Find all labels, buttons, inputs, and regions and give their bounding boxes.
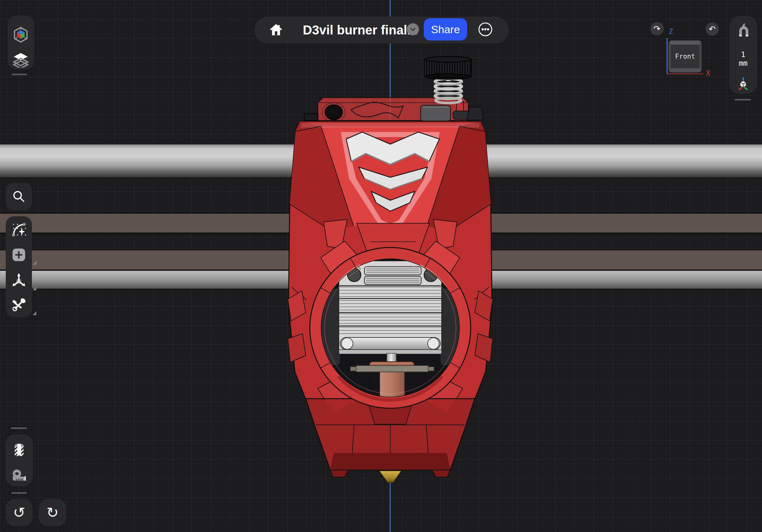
measure-button[interactable] [6, 462, 32, 488]
tension-spring [435, 78, 462, 103]
bodies-cube-icon [12, 27, 29, 43]
chevron-down-icon [409, 25, 417, 33]
document-title[interactable]: D3vil burner final... [303, 17, 418, 43]
share-label: Share [431, 23, 460, 36]
viewport-3d[interactable] [0, 0, 762, 532]
sketch-button[interactable] [6, 217, 32, 242]
move-icon [11, 272, 27, 288]
viewcube-x-axis [667, 73, 703, 74]
home-button[interactable] [267, 22, 285, 38]
redo-icon: ↻ [46, 504, 59, 521]
search-button[interactable] [6, 183, 32, 210]
panel-divider [12, 74, 27, 75]
thumbscrew-knob [425, 56, 471, 79]
home-icon [268, 22, 284, 38]
ellipsis-icon [478, 22, 493, 37]
rotate-view-cw-button[interactable]: ↷ [650, 22, 664, 35]
sketch-arc-icon [11, 222, 27, 237]
bottom-shroud [306, 399, 475, 477]
tools-panel [6, 216, 32, 317]
panel-divider [734, 99, 751, 100]
display-panel [5, 434, 33, 486]
snapping-toggle[interactable] [736, 23, 750, 39]
nozzle [379, 471, 402, 482]
more-options-button[interactable] [478, 22, 493, 37]
orientation-button[interactable] [736, 77, 750, 93]
rotate-cw-icon: ↷ [653, 24, 660, 33]
layers-button[interactable] [8, 47, 34, 72]
document-toolbar: D3vil burner final... [254, 17, 509, 43]
viewcube-z-label: Z [669, 28, 673, 35]
mount-rod [340, 337, 440, 350]
transform-button[interactable] [6, 267, 32, 293]
view-cube[interactable]: Front [668, 40, 702, 72]
viewcube-z-axis [667, 38, 667, 74]
measure-tape-icon [11, 468, 27, 483]
wrench-screwdriver-icon [11, 297, 27, 313]
hotend-model [288, 56, 493, 482]
panel-divider [11, 492, 27, 494]
tools-button[interactable] [6, 292, 32, 318]
grid-step-indicator[interactable]: 1 mm [739, 50, 748, 68]
axes-cube-icon [736, 77, 750, 91]
viewcube-x-label: X [706, 69, 710, 78]
share-button[interactable]: Share [424, 18, 467, 40]
canvas-grid[interactable]: ↺ ↻ D3vil burner final... Share ↷ ↶ Z X … [0, 0, 762, 532]
section-view-button[interactable] [6, 438, 32, 464]
project-panel [8, 16, 34, 69]
magnet-icon [736, 23, 750, 38]
panel-divider [11, 428, 27, 429]
layers-icon [13, 52, 29, 68]
undo-button[interactable]: ↺ [6, 499, 33, 526]
rotate-view-ccw-button[interactable]: ↶ [706, 22, 719, 36]
plate-bolt-hole [325, 105, 343, 120]
add-body-button[interactable] [6, 242, 32, 268]
rotate-ccw-icon: ↶ [709, 24, 716, 34]
search-icon [12, 189, 26, 204]
grid-step-unit: mm [739, 59, 748, 68]
redo-button[interactable]: ↻ [39, 499, 66, 526]
items-button[interactable] [8, 22, 34, 47]
undo-icon: ↺ [13, 504, 26, 521]
grid-step-value: 1 [739, 50, 748, 59]
add-icon [11, 247, 27, 263]
section-view-icon [12, 443, 27, 459]
mount-plate [356, 366, 428, 372]
snap-panel: 1 mm [729, 16, 757, 94]
view-name: Front [675, 53, 695, 60]
left-clamp [304, 113, 318, 120]
document-menu-button[interactable] [407, 23, 419, 35]
